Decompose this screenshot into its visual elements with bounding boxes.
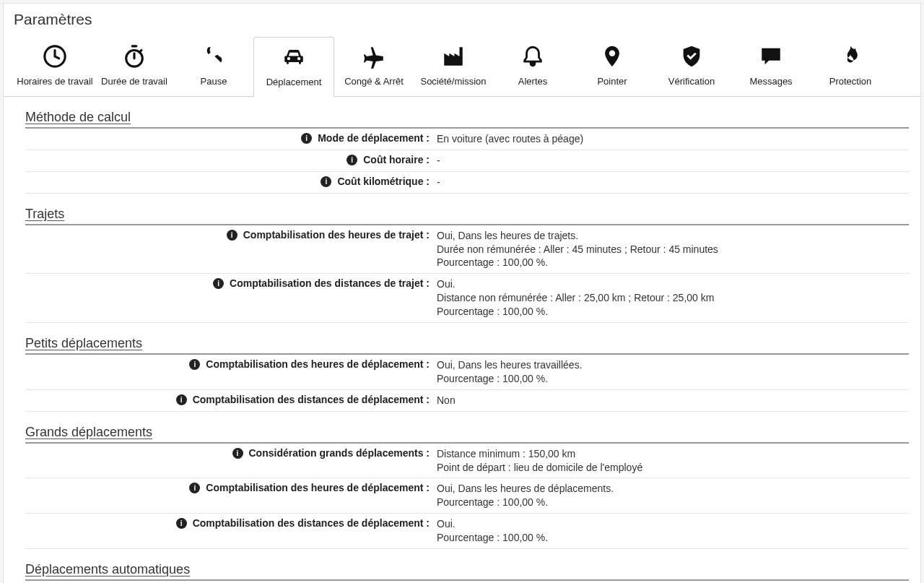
clock-icon xyxy=(15,43,95,70)
utensils-icon xyxy=(174,43,253,70)
info-icon[interactable]: i xyxy=(232,448,243,459)
settings-row: iConsidération grands déplacements :Dist… xyxy=(25,444,909,479)
row-value: En voiture (avec routes à péage) xyxy=(437,132,909,146)
section-title: Grands déplacements xyxy=(25,416,909,444)
settings-row: iMode de déplacement :En voiture (avec r… xyxy=(25,129,909,150)
info-icon[interactable]: i xyxy=(189,483,200,493)
row-label: Coût kilométrique : xyxy=(337,176,430,187)
section-title: Méthode de calcul xyxy=(25,101,909,129)
row-value: - xyxy=(437,154,909,168)
tab-car[interactable]: Déplacement xyxy=(253,37,334,97)
row-label: Comptabilisation des heures de trajet : xyxy=(243,229,430,241)
info-icon[interactable]: i xyxy=(176,518,187,529)
settings-row: iComptabilisation des distances de dépla… xyxy=(25,390,909,412)
section-title: Petits déplacements xyxy=(25,327,909,355)
stopwatch-icon xyxy=(95,43,174,70)
settings-row: iComptabilisation des distances de traje… xyxy=(25,274,909,323)
tab-pin[interactable]: Pointer xyxy=(572,37,652,96)
tab-utensils[interactable]: Pause xyxy=(174,37,253,96)
row-label: Considération grands déplacements : xyxy=(249,447,430,459)
tab-label: Pause xyxy=(174,76,253,87)
tab-label: Société/mission xyxy=(414,76,493,87)
row-value: Distance minimum : 150,00 kmPoint de dép… xyxy=(437,447,909,475)
message-icon xyxy=(731,43,811,70)
info-icon[interactable]: i xyxy=(346,155,357,165)
tab-label: Déplacement xyxy=(254,77,334,87)
tab-plane[interactable]: Congé & Arrêt xyxy=(334,37,414,96)
tab-bell[interactable]: Alertes xyxy=(493,37,572,96)
plane-icon xyxy=(334,43,414,70)
settings-row: iComptabilisation des heures de trajet :… xyxy=(25,225,909,275)
pin-icon xyxy=(572,43,652,70)
info-icon[interactable]: i xyxy=(227,230,237,241)
factory-icon xyxy=(414,43,493,70)
tab-message[interactable]: Messages xyxy=(731,37,811,96)
settings-row: iComptabilisation des distances de dépla… xyxy=(25,514,909,549)
section-title: Trajets xyxy=(25,198,909,225)
bell-icon xyxy=(493,43,572,70)
row-label: Coût horaire : xyxy=(363,154,430,165)
content-area: Méthode de calculiMode de déplacement :E… xyxy=(4,101,920,583)
row-label: Comptabilisation des distances de trajet… xyxy=(230,277,430,289)
settings-row: iCoût horaire :- xyxy=(25,150,909,172)
shield-icon xyxy=(652,43,731,70)
row-value: Oui, Dans les heures travaillées.Pourcen… xyxy=(437,358,909,386)
row-value: Oui, Dans les heures de trajets.Durée no… xyxy=(437,229,909,270)
row-value: - xyxy=(437,176,909,189)
tab-shield[interactable]: Vérification xyxy=(652,37,731,96)
tab-label: Vérification xyxy=(652,76,731,87)
settings-row: iComptabilisation des heures de déplacem… xyxy=(25,355,909,390)
tab-label: Pointer xyxy=(572,76,652,87)
flame-icon xyxy=(811,43,890,70)
tab-label: Alertes xyxy=(493,76,572,87)
tabs-bar: Horaires de travailDurée de travailPause… xyxy=(4,37,920,97)
tab-stopwatch[interactable]: Durée de travail xyxy=(95,37,174,96)
section-title: Déplacements automatiques xyxy=(25,553,909,581)
info-icon[interactable]: i xyxy=(213,278,224,289)
row-label: Comptabilisation des heures de déplaceme… xyxy=(206,358,430,370)
tab-label: Messages xyxy=(731,76,811,87)
row-value: Oui.Distance non rémunérée : Aller : 25,… xyxy=(437,277,909,319)
tab-clock[interactable]: Horaires de travail xyxy=(15,37,95,96)
row-value: Oui.Pourcentage : 100,00 %. xyxy=(437,517,909,545)
car-icon xyxy=(254,43,334,71)
tab-label: Protection xyxy=(811,76,890,87)
row-value: Oui, Dans les heures de déplacements.Pou… xyxy=(437,482,909,509)
info-icon[interactable]: i xyxy=(189,359,200,370)
row-label: Comptabilisation des distances de déplac… xyxy=(193,517,430,529)
page-title: Paramètres xyxy=(4,4,920,37)
tab-factory[interactable]: Société/mission xyxy=(414,37,493,96)
tab-flame[interactable]: Protection xyxy=(811,37,890,96)
row-value: Non xyxy=(437,394,909,407)
settings-row: iCoût kilométrique :- xyxy=(25,172,909,194)
row-label: Comptabilisation des distances de déplac… xyxy=(193,394,430,405)
row-label: Comptabilisation des heures de déplaceme… xyxy=(206,482,430,493)
info-icon[interactable]: i xyxy=(321,176,331,187)
tab-label: Horaires de travail xyxy=(15,76,95,87)
settings-panel: Paramètres Horaires de travailDurée de t… xyxy=(3,3,921,583)
settings-row: iComptabilisation des heures de déplacem… xyxy=(25,478,909,514)
info-icon[interactable]: i xyxy=(176,394,187,405)
tab-label: Durée de travail xyxy=(95,76,174,87)
tab-label: Congé & Arrêt xyxy=(334,76,414,87)
row-label: Mode de déplacement : xyxy=(318,132,430,144)
info-icon[interactable]: i xyxy=(301,133,312,144)
